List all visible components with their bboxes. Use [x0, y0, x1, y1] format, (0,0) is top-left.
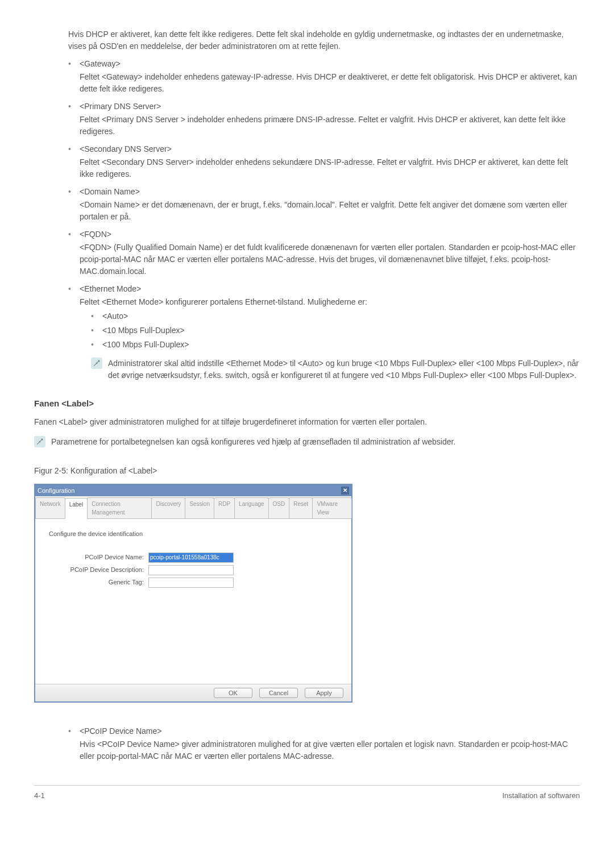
sub-item-label: <100 Mbps Full-Duplex>	[102, 339, 189, 351]
row-device-description: PCoIP Device Description:	[49, 565, 338, 575]
item-desc: Hvis <PCoIP Device Name> giver administr…	[80, 738, 580, 762]
item-pcoip-device-name: • <PCoIP Device Name> Hvis <PCoIP Device…	[68, 725, 580, 762]
cancel-button[interactable]: Cancel	[259, 688, 298, 698]
sub-item-label: <Auto>	[102, 310, 128, 322]
sub-item-10mbps: • <10 Mbps Full-Duplex>	[91, 325, 580, 337]
sub-item-100mbps: • <100 Mbps Full-Duplex>	[91, 339, 580, 351]
ok-button[interactable]: OK	[214, 688, 252, 698]
bullet-dot-icon: •	[68, 143, 80, 180]
dialog-body-heading: Configure the device identification	[49, 529, 338, 539]
item-title: <Gateway>	[80, 58, 580, 70]
close-icon[interactable]: ✕	[341, 487, 349, 495]
dialog-body: Configure the device identification PCoI…	[35, 519, 351, 684]
bullet-dot-icon: •	[68, 229, 80, 277]
item-desc: Feltet <Gateway> indeholder enhedens gat…	[80, 71, 580, 95]
sub-item-auto: • <Auto>	[91, 310, 580, 322]
bullet-dot-icon: •	[91, 310, 102, 322]
page-footer: 4-1 Installation af softwaren	[34, 785, 580, 801]
bullet-dot-icon: •	[68, 58, 80, 95]
item-title: <Domain Name>	[80, 186, 580, 198]
tab-session[interactable]: Session	[185, 497, 214, 518]
item-desc: Feltet <Primary DNS Server > indeholder …	[80, 114, 580, 138]
figure-caption: Figur 2-5: Konfiguration af <Label>	[34, 465, 580, 477]
dialog-tabs: Network Label Connection Management Disc…	[35, 496, 351, 519]
bullet-dot-icon: •	[68, 101, 80, 138]
item-secondary-dns: • <Secondary DNS Server> Feltet <Seconda…	[68, 143, 580, 180]
item-domain-name: • <Domain Name> <Domain Name> er det dom…	[68, 186, 580, 223]
label-device-description: PCoIP Device Description:	[49, 565, 148, 575]
footer-section-title: Installation af softwaren	[502, 790, 580, 801]
section-note: Parametrene for portalbetegnelsen kan og…	[34, 436, 580, 448]
note-icon	[91, 358, 102, 369]
note-text: Administratorer skal altid indstille <Et…	[108, 358, 580, 381]
item-desc: <FQDN> (Fully Qualified Domain Name) er …	[80, 242, 580, 277]
input-device-description[interactable]	[148, 565, 234, 575]
bullet-dot-icon: •	[68, 725, 80, 762]
item-desc: <Domain Name> er det domænenavn, der er …	[80, 199, 580, 223]
item-gateway: • <Gateway> Feltet <Gateway> indeholder …	[68, 58, 580, 95]
note-text: Parametrene for portalbetegnelsen kan og…	[51, 436, 580, 448]
sub-item-label: <10 Mbps Full-Duplex>	[102, 325, 185, 337]
row-device-name: PCoIP Device Name:	[49, 553, 338, 563]
item-desc: Feltet <Ethernet Mode> konfigurerer port…	[80, 296, 580, 308]
tab-discovery[interactable]: Discovery	[151, 497, 185, 518]
bullet-dot-icon: •	[68, 283, 80, 381]
bullet-dot-icon: •	[68, 186, 80, 223]
tab-osd[interactable]: OSD	[268, 497, 290, 518]
item-ethernet-mode: • <Ethernet Mode> Feltet <Ethernet Mode>…	[68, 283, 580, 381]
dialog-footer: OK Cancel Apply	[35, 684, 351, 701]
tab-label[interactable]: Label	[65, 498, 88, 519]
bullet-dot-icon: •	[91, 339, 102, 351]
row-generic-tag: Generic Tag:	[49, 578, 338, 588]
section-paragraph: Fanen <Label> giver administratoren muli…	[34, 416, 580, 428]
item-title: <Primary DNS Server>	[80, 101, 580, 113]
label-device-name: PCoIP Device Name:	[49, 553, 148, 562]
tab-connection-management[interactable]: Connection Management	[87, 497, 152, 518]
tab-language[interactable]: Language	[234, 497, 269, 518]
item-primary-dns: • <Primary DNS Server> Feltet <Primary D…	[68, 101, 580, 138]
item-title: <Secondary DNS Server>	[80, 143, 580, 155]
item-fqdn: • <FQDN> <FQDN> (Fully Qualified Domain …	[68, 229, 580, 277]
input-device-name[interactable]	[148, 553, 234, 563]
note-icon	[34, 436, 45, 447]
ethernet-note: Administratorer skal altid indstille <Et…	[91, 358, 580, 381]
item-title: <Ethernet Mode>	[80, 283, 580, 295]
footer-page-number: 4-1	[34, 790, 45, 801]
tab-reset[interactable]: Reset	[289, 497, 313, 518]
tab-vmware-view[interactable]: VMware View	[312, 497, 352, 518]
dialog-titlebar: Configuration ✕	[35, 485, 351, 497]
tab-network[interactable]: Network	[35, 497, 65, 518]
item-title: <FQDN>	[80, 229, 580, 240]
item-desc: Feltet <Secondary DNS Server> indeholder…	[80, 156, 580, 180]
item-title: <PCoIP Device Name>	[80, 725, 580, 737]
apply-button[interactable]: Apply	[305, 688, 343, 698]
section-heading-label: Fanen <Label>	[34, 397, 580, 410]
intro-paragraph: Hvis DHCP er aktiveret, kan dette felt i…	[68, 28, 580, 52]
bullet-dot-icon: •	[91, 325, 102, 337]
tab-rdp[interactable]: RDP	[214, 497, 235, 518]
configuration-dialog: Configuration ✕ Network Label Connection…	[34, 484, 352, 703]
label-generic-tag: Generic Tag:	[49, 578, 148, 587]
input-generic-tag[interactable]	[148, 578, 234, 588]
dialog-title: Configuration	[38, 486, 74, 496]
